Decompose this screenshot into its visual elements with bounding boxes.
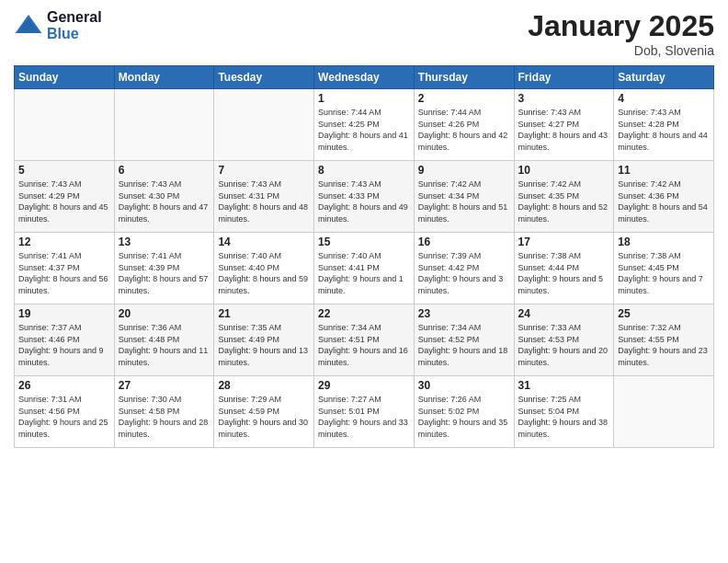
- table-row: 1Sunrise: 7:44 AM Sunset: 4:25 PM Daylig…: [314, 89, 415, 161]
- calendar-table: Sunday Monday Tuesday Wednesday Thursday…: [14, 65, 714, 448]
- day-number: 30: [418, 379, 510, 392]
- table-row: [15, 89, 115, 161]
- table-row: 14Sunrise: 7:40 AM Sunset: 4:40 PM Dayli…: [214, 233, 314, 304]
- day-info: Sunrise: 7:31 AM Sunset: 4:56 PM Dayligh…: [18, 394, 110, 440]
- table-row: 10Sunrise: 7:42 AM Sunset: 4:35 PM Dayli…: [514, 161, 614, 233]
- day-info: Sunrise: 7:41 AM Sunset: 4:39 PM Dayligh…: [119, 250, 210, 296]
- day-number: 8: [318, 164, 410, 177]
- day-number: 6: [119, 164, 210, 177]
- day-number: 23: [418, 307, 510, 320]
- day-number: 17: [518, 236, 610, 248]
- table-row: 17Sunrise: 7:38 AM Sunset: 4:44 PM Dayli…: [514, 233, 614, 304]
- table-row: 7Sunrise: 7:43 AM Sunset: 4:31 PM Daylig…: [214, 161, 314, 233]
- table-row: 31Sunrise: 7:25 AM Sunset: 5:04 PM Dayli…: [514, 376, 614, 448]
- day-info: Sunrise: 7:43 AM Sunset: 4:31 PM Dayligh…: [218, 178, 310, 224]
- day-number: 27: [119, 379, 210, 392]
- day-info: Sunrise: 7:42 AM Sunset: 4:36 PM Dayligh…: [618, 178, 710, 224]
- header: General Blue January 2025 Dob, Slovenia: [14, 9, 714, 58]
- table-row: 16Sunrise: 7:39 AM Sunset: 4:42 PM Dayli…: [414, 233, 514, 304]
- day-number: 7: [218, 164, 310, 177]
- calendar-week-row: 1Sunrise: 7:44 AM Sunset: 4:25 PM Daylig…: [15, 89, 714, 161]
- day-number: 10: [518, 164, 610, 177]
- logo: General Blue: [14, 9, 102, 41]
- day-info: Sunrise: 7:42 AM Sunset: 4:34 PM Dayligh…: [418, 178, 510, 224]
- table-row: 18Sunrise: 7:38 AM Sunset: 4:45 PM Dayli…: [614, 233, 714, 304]
- day-number: 12: [18, 236, 110, 248]
- day-info: Sunrise: 7:39 AM Sunset: 4:42 PM Dayligh…: [418, 250, 510, 296]
- day-number: 24: [518, 307, 610, 320]
- day-info: Sunrise: 7:37 AM Sunset: 4:46 PM Dayligh…: [18, 322, 110, 368]
- day-number: 19: [18, 307, 110, 320]
- table-row: 30Sunrise: 7:26 AM Sunset: 5:02 PM Dayli…: [414, 376, 514, 448]
- table-row: 12Sunrise: 7:41 AM Sunset: 4:37 PM Dayli…: [15, 233, 115, 304]
- day-info: Sunrise: 7:34 AM Sunset: 4:51 PM Dayligh…: [318, 322, 410, 368]
- day-number: 28: [218, 379, 310, 392]
- table-row: 23Sunrise: 7:34 AM Sunset: 4:52 PM Dayli…: [414, 304, 514, 376]
- day-number: 1: [318, 92, 410, 105]
- day-info: Sunrise: 7:44 AM Sunset: 4:26 PM Dayligh…: [418, 107, 510, 153]
- table-row: [214, 89, 314, 161]
- day-info: Sunrise: 7:42 AM Sunset: 4:35 PM Dayligh…: [518, 178, 610, 224]
- month-title: January 2025: [528, 9, 714, 43]
- day-info: Sunrise: 7:29 AM Sunset: 4:59 PM Dayligh…: [218, 394, 310, 440]
- header-tuesday: Tuesday: [214, 66, 314, 89]
- day-info: Sunrise: 7:38 AM Sunset: 4:44 PM Dayligh…: [518, 250, 610, 296]
- header-thursday: Thursday: [414, 66, 514, 89]
- day-info: Sunrise: 7:44 AM Sunset: 4:25 PM Dayligh…: [318, 107, 410, 153]
- table-row: 27Sunrise: 7:30 AM Sunset: 4:58 PM Dayli…: [114, 376, 214, 448]
- day-info: Sunrise: 7:43 AM Sunset: 4:27 PM Dayligh…: [518, 107, 610, 153]
- table-row: 2Sunrise: 7:44 AM Sunset: 4:26 PM Daylig…: [414, 89, 514, 161]
- day-info: Sunrise: 7:34 AM Sunset: 4:52 PM Dayligh…: [418, 322, 510, 368]
- table-row: [114, 89, 214, 161]
- logo-text: General Blue: [47, 9, 102, 41]
- day-number: 22: [318, 307, 410, 320]
- day-number: 26: [18, 379, 110, 392]
- table-row: [614, 376, 714, 448]
- table-row: 9Sunrise: 7:42 AM Sunset: 4:34 PM Daylig…: [414, 161, 514, 233]
- table-row: 4Sunrise: 7:43 AM Sunset: 4:28 PM Daylig…: [614, 89, 714, 161]
- weekday-header-row: Sunday Monday Tuesday Wednesday Thursday…: [15, 66, 714, 89]
- day-number: 18: [618, 236, 710, 248]
- table-row: 22Sunrise: 7:34 AM Sunset: 4:51 PM Dayli…: [314, 304, 415, 376]
- day-number: 25: [618, 307, 710, 320]
- day-info: Sunrise: 7:36 AM Sunset: 4:48 PM Dayligh…: [119, 322, 210, 368]
- table-row: 26Sunrise: 7:31 AM Sunset: 4:56 PM Dayli…: [15, 376, 115, 448]
- table-row: 19Sunrise: 7:37 AM Sunset: 4:46 PM Dayli…: [15, 304, 115, 376]
- day-number: 29: [318, 379, 410, 392]
- day-number: 20: [119, 307, 210, 320]
- location: Dob, Slovenia: [528, 43, 714, 58]
- page: General Blue January 2025 Dob, Slovenia …: [0, 0, 728, 563]
- table-row: 29Sunrise: 7:27 AM Sunset: 5:01 PM Dayli…: [314, 376, 415, 448]
- table-row: 6Sunrise: 7:43 AM Sunset: 4:30 PM Daylig…: [114, 161, 214, 233]
- day-number: 11: [618, 164, 710, 177]
- calendar-week-row: 5Sunrise: 7:43 AM Sunset: 4:29 PM Daylig…: [15, 161, 714, 233]
- day-info: Sunrise: 7:25 AM Sunset: 5:04 PM Dayligh…: [518, 394, 610, 440]
- day-info: Sunrise: 7:27 AM Sunset: 5:01 PM Dayligh…: [318, 394, 410, 440]
- table-row: 5Sunrise: 7:43 AM Sunset: 4:29 PM Daylig…: [15, 161, 115, 233]
- day-number: 3: [518, 92, 610, 105]
- day-info: Sunrise: 7:32 AM Sunset: 4:55 PM Dayligh…: [618, 322, 710, 368]
- day-number: 16: [418, 236, 510, 248]
- day-number: 21: [218, 307, 310, 320]
- table-row: 28Sunrise: 7:29 AM Sunset: 4:59 PM Dayli…: [214, 376, 314, 448]
- table-row: 3Sunrise: 7:43 AM Sunset: 4:27 PM Daylig…: [514, 89, 614, 161]
- header-wednesday: Wednesday: [314, 66, 415, 89]
- day-info: Sunrise: 7:30 AM Sunset: 4:58 PM Dayligh…: [119, 394, 210, 440]
- header-friday: Friday: [514, 66, 614, 89]
- day-info: Sunrise: 7:40 AM Sunset: 4:40 PM Dayligh…: [218, 250, 310, 296]
- table-row: 25Sunrise: 7:32 AM Sunset: 4:55 PM Dayli…: [614, 304, 714, 376]
- table-row: 15Sunrise: 7:40 AM Sunset: 4:41 PM Dayli…: [314, 233, 415, 304]
- day-info: Sunrise: 7:26 AM Sunset: 5:02 PM Dayligh…: [418, 394, 510, 440]
- calendar-week-row: 12Sunrise: 7:41 AM Sunset: 4:37 PM Dayli…: [15, 233, 714, 304]
- day-info: Sunrise: 7:43 AM Sunset: 4:29 PM Dayligh…: [18, 178, 110, 224]
- day-number: 13: [119, 236, 210, 248]
- header-monday: Monday: [114, 66, 214, 89]
- day-info: Sunrise: 7:33 AM Sunset: 4:53 PM Dayligh…: [518, 322, 610, 368]
- day-info: Sunrise: 7:43 AM Sunset: 4:28 PM Dayligh…: [618, 107, 710, 153]
- table-row: 24Sunrise: 7:33 AM Sunset: 4:53 PM Dayli…: [514, 304, 614, 376]
- day-number: 4: [618, 92, 710, 105]
- day-number: 2: [418, 92, 510, 105]
- table-row: 21Sunrise: 7:35 AM Sunset: 4:49 PM Dayli…: [214, 304, 314, 376]
- calendar-week-row: 26Sunrise: 7:31 AM Sunset: 4:56 PM Dayli…: [15, 376, 714, 448]
- day-info: Sunrise: 7:43 AM Sunset: 4:30 PM Dayligh…: [119, 178, 210, 224]
